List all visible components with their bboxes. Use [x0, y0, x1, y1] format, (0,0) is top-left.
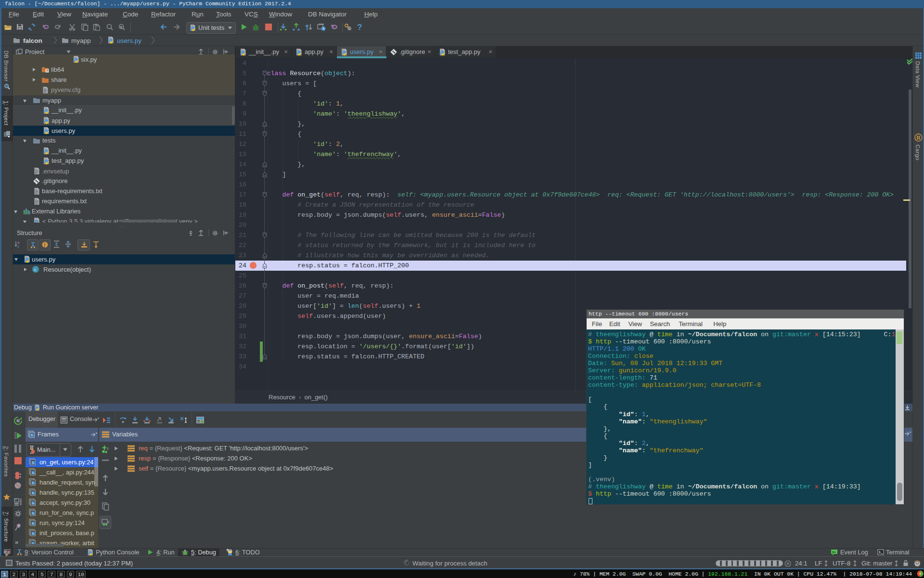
- svg-text:z: z: [17, 244, 19, 248]
- svg-text:9+: 9+: [832, 551, 836, 554]
- svg-text:c: c: [34, 267, 37, 272]
- svg-text:R: R: [917, 135, 921, 141]
- svg-text:a: a: [120, 25, 122, 28]
